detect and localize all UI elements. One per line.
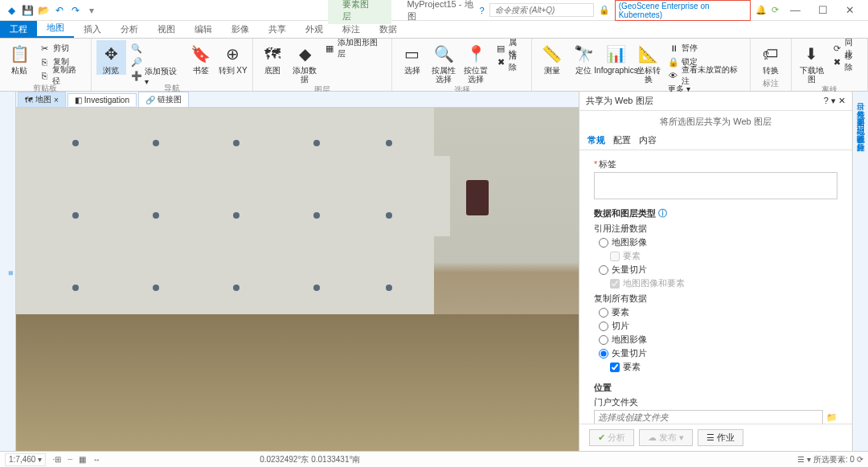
preset-icon: ➕ [131, 70, 142, 81]
radio-vectortile[interactable] [599, 265, 608, 275]
ribbon-tab-appearance[interactable]: 外观 [296, 21, 333, 38]
maximize-button[interactable]: ☐ [812, 2, 834, 18]
account-label[interactable]: (GeoScene Enterprise on Kubernetes) [615, 0, 751, 21]
imglayer-icon: ▦ [325, 43, 336, 54]
sync-icon2: ⟳ [831, 43, 841, 54]
info-icon[interactable]: ⓘ [658, 207, 667, 219]
right-rail[interactable]: 目录 符号系统 要素图层 地理处理 诊断监视器 标注分类 [852, 92, 868, 451]
refresh-icon[interactable]: ⟳ [857, 455, 863, 464]
convert-icon: 🏷 [760, 43, 782, 65]
status-icon-2[interactable]: ⵈ [68, 455, 72, 464]
close-icon[interactable]: × [54, 96, 59, 104]
view-tab-investigation[interactable]: ◧Investigation [68, 93, 137, 106]
download-button[interactable]: ⬇下载地图 [796, 40, 826, 84]
ribbon-tab-map[interactable]: 地图 [37, 19, 74, 38]
coord-convert-button[interactable]: 📐坐标转换 [634, 40, 664, 84]
open-icon[interactable]: 📂 [37, 4, 50, 17]
radio-vectortile2[interactable] [599, 349, 608, 358]
ribbon-tab-label[interactable]: 标注 [333, 21, 370, 38]
panel-close-icon[interactable]: ✕ [838, 96, 845, 105]
map-canvas[interactable] [16, 108, 579, 451]
bookmarks-button[interactable]: 🔖书签 [186, 40, 215, 75]
select-byloc-button[interactable]: 📍按位置选择 [461, 40, 491, 84]
attr-icon: 🔍 [432, 43, 455, 65]
redo-icon[interactable]: ↷ [69, 4, 82, 17]
select-button[interactable]: ▭选择 [397, 40, 427, 75]
ribbon-tab-imagery[interactable]: 影像 [222, 21, 259, 38]
browse-folder-icon[interactable]: 📁 [826, 412, 837, 423]
check-feature2[interactable] [610, 363, 620, 372]
ribbon-tab-view[interactable]: 视图 [148, 21, 185, 38]
minimize-button[interactable]: — [784, 2, 806, 18]
folder-input[interactable] [594, 410, 823, 424]
infographics-button[interactable]: 📊Infographics [601, 40, 632, 75]
notification-icon[interactable]: 🔔 [755, 5, 767, 15]
basemap-button[interactable]: 🗺底图 [258, 40, 288, 75]
nav-zoom-in[interactable]: 🔍 [129, 42, 184, 55]
close-button[interactable]: ✕ [839, 2, 862, 18]
link-icon: 🔗 [145, 96, 155, 104]
check-mapimg-feat [610, 279, 620, 289]
publish-button[interactable]: ☁发布 ▾ [639, 429, 693, 446]
browse-button[interactable]: ✥浏览 [96, 40, 126, 75]
adddata-button[interactable]: ◆添加数据 [290, 40, 320, 84]
selection-icon[interactable]: ☰ ▾ [797, 455, 811, 464]
undo-icon[interactable]: ↶ [53, 4, 66, 17]
status-icon-1[interactable]: ·⊞ [52, 455, 61, 464]
ribbon-tab-share[interactable]: 共享 [259, 21, 296, 38]
clear-button[interactable]: ✖清除 [493, 55, 527, 68]
panel-tab-config[interactable]: 配置 [613, 134, 631, 146]
location-head: 位置 [594, 382, 837, 394]
ribbon-tab-project[interactable]: 工程 [0, 21, 37, 38]
left-rail[interactable]: ≡ [0, 92, 16, 451]
pause-button[interactable]: ⏸暂停 [665, 42, 745, 55]
goto-xy-button[interactable]: ⊕转到 XY [218, 40, 248, 75]
lock-icon: 🔒 [599, 5, 610, 15]
command-search-input[interactable] [489, 3, 594, 17]
radio-tile[interactable] [599, 322, 608, 331]
tag-field-label: 标签 [594, 158, 837, 170]
analyze-button[interactable]: ✔分析 [589, 429, 634, 446]
add-preset-button[interactable]: ➕添加预设 ▾ [129, 69, 184, 82]
status-icon-3[interactable]: ▦ [79, 455, 86, 464]
radio-feature2[interactable] [599, 308, 608, 317]
loc-icon: 📍 [465, 43, 487, 65]
coordinates: 0.0232492°东 0.0133431°南 [260, 454, 360, 465]
tag-input[interactable] [594, 172, 837, 199]
scale-box[interactable]: 1:7,460▾ [5, 453, 46, 466]
view-tab-link[interactable]: 🔗链接图 [138, 92, 189, 107]
radio-mapimg2[interactable] [599, 335, 608, 345]
contents-icon[interactable]: ≡ [6, 271, 15, 276]
qat-more-icon[interactable]: ▾ [85, 4, 98, 17]
jobs-button[interactable]: ☰作业 [698, 429, 743, 446]
select-byattr-button[interactable]: 🔍按属性选择 [429, 40, 459, 84]
folder-label: 门户文件夹 [594, 396, 837, 408]
paste-button[interactable]: 📋粘贴 [5, 40, 35, 75]
panel-title: 共享为 Web 图层 [586, 95, 653, 107]
status-icon-4[interactable]: ↔ [92, 455, 100, 464]
xy-icon: ⊕ [222, 43, 244, 65]
help-icon[interactable]: ? [480, 6, 485, 15]
radio-mapimg[interactable] [599, 238, 608, 248]
info-icon: 📊 [605, 43, 628, 65]
convert-button[interactable]: 🏷转换 [755, 40, 786, 75]
ribbon-tab-data[interactable]: 数据 [370, 21, 407, 38]
copypath-button[interactable]: ⎘复制路径 [37, 69, 86, 82]
save-icon[interactable]: 💾 [21, 4, 34, 17]
unplaced-button[interactable]: 👁查看未放置的标注 [665, 69, 745, 82]
cut-button[interactable]: ✂剪切 [37, 42, 86, 55]
app-icon: ◆ [5, 4, 18, 17]
browse-icon: ✥ [100, 43, 122, 65]
sync-icon[interactable]: ⟳ [772, 5, 779, 15]
ribbon-tab-insert[interactable]: 插入 [74, 21, 111, 38]
remove-button[interactable]: ✖移除 [829, 55, 862, 68]
window-title: MyProject15 - 地图 [407, 0, 480, 23]
add-imglayer-button[interactable]: ▦添加图形图层 [322, 42, 387, 55]
view-tab-map[interactable]: 🗺地图× [18, 92, 66, 107]
measure-button[interactable]: 📏测量 [537, 40, 567, 75]
panel-help-icon[interactable]: ? ▾ [824, 96, 836, 105]
panel-tab-content[interactable]: 内容 [639, 134, 657, 146]
ribbon-tab-edit[interactable]: 编辑 [185, 21, 222, 38]
panel-tab-general[interactable]: 常规 [588, 134, 605, 146]
ribbon-tab-analysis[interactable]: 分析 [111, 21, 148, 38]
